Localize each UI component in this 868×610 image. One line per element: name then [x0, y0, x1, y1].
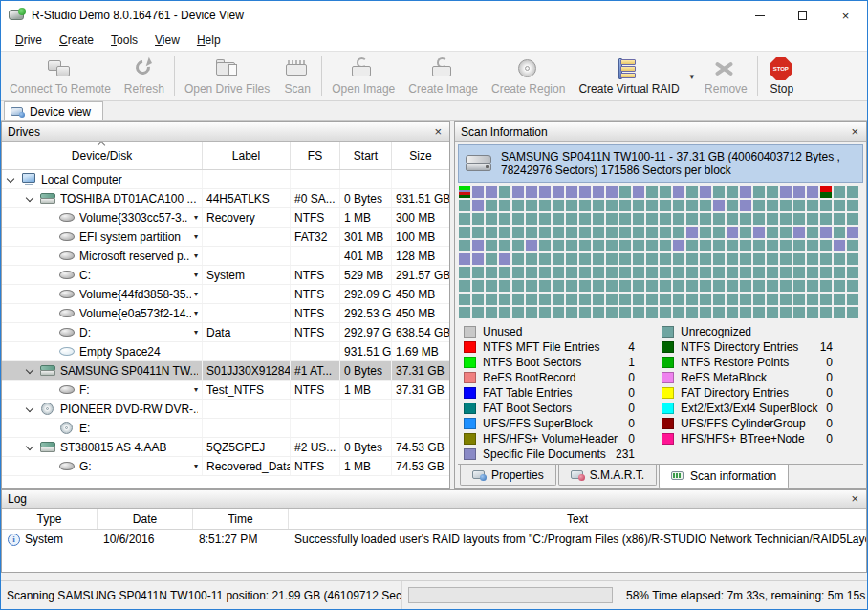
- drive-row-volume-e0a573f2-14[interactable]: Volume{e0a573f2-14..▾NTFS292.53 GB450 MB: [2, 304, 449, 323]
- create-virtual-raid-dropdown-icon[interactable]: ▾: [686, 72, 699, 81]
- log-column-header-time[interactable]: Time: [193, 509, 289, 529]
- partition-dropdown-icon[interactable]: ▾: [191, 290, 198, 298]
- create-image-button[interactable]: Create Image: [401, 54, 485, 98]
- column-header-device-disk[interactable]: Device/Disk: [2, 142, 203, 169]
- column-header-size[interactable]: Size: [392, 142, 449, 169]
- menu-view[interactable]: View: [146, 32, 188, 49]
- tab-scan-information[interactable]: Scan information: [659, 465, 789, 489]
- expander-chevron-icon[interactable]: [7, 174, 14, 182]
- scan-button[interactable]: Scan: [276, 54, 318, 98]
- tab-label: Properties: [491, 468, 544, 482]
- partition-dropdown-icon[interactable]: ▾: [191, 385, 198, 394]
- scan-block: [499, 240, 510, 251]
- scan-block: [713, 267, 725, 278]
- legend-label: UFS/FFS CylinderGroup: [681, 417, 806, 430]
- tab-device-view[interactable]: Device view: [4, 101, 103, 120]
- connect-to-remote-button[interactable]: Connect To Remote: [3, 54, 118, 98]
- drive-row-st380815-as-4-aab[interactable]: ST380815 AS 4.AAB5QZ5GPEJ#2 US...0 Bytes…: [2, 438, 449, 457]
- create-virtual-raid-button[interactable]: Create Virtual RAID: [572, 54, 685, 98]
- open-drive-files-button[interactable]: Open Drive Files: [178, 54, 276, 98]
- device-name-cell: Volume{3303cc57-3..▾: [2, 208, 203, 227]
- column-header-fs[interactable]: FS: [291, 142, 340, 169]
- drive-row-e[interactable]: E:: [2, 419, 449, 438]
- fs-cell: #2 US...: [291, 438, 340, 456]
- log-column-header-date[interactable]: Date: [98, 509, 193, 529]
- size-cell: 450 MB: [392, 285, 449, 303]
- column-header-start[interactable]: Start: [340, 142, 392, 169]
- partition-dropdown-icon[interactable]: ▾: [191, 213, 198, 222]
- drive-row-microsoft-reserved-p[interactable]: Microsoft reserved p..▾401 MB128 MB: [2, 247, 449, 266]
- scan-block: [539, 186, 551, 198]
- tab-label: Scan information: [690, 469, 776, 483]
- scan-block: [459, 307, 470, 318]
- drive-row-volume-3303cc57-3[interactable]: Volume{3303cc57-3..▾RecoveryNTFS1 MB300 …: [2, 208, 449, 228]
- tab-s-m-a-r-t[interactable]: S.M.A.R.T.: [558, 465, 657, 486]
- scan-block: [727, 267, 738, 278]
- expander-chevron-icon[interactable]: [26, 193, 33, 201]
- scan-block: [807, 267, 818, 278]
- menu-tools[interactable]: Tools: [102, 32, 146, 49]
- drive-row-d[interactable]: D:▾DataNTFS292.97 GB638.54 GB: [2, 323, 449, 342]
- drive-row-local-computer[interactable]: Local Computer: [2, 170, 449, 189]
- fs-cell: FAT32: [291, 228, 340, 246]
- device-name: Empty Space24: [79, 345, 161, 359]
- close-button[interactable]: ×: [824, 1, 867, 30]
- drive-row-toshiba-dt01aca100[interactable]: TOSHIBA DT01ACA100 ...44H5ATLKS#0 SA...0…: [2, 189, 449, 208]
- scan-block: [793, 240, 805, 251]
- scan-block: [793, 227, 805, 238]
- drive-row-empty-space24[interactable]: Empty Space24931.51 GB1.69 MB: [2, 342, 449, 361]
- partition-dropdown-icon[interactable]: ▾: [191, 462, 198, 470]
- drive-row-efi-system-partition[interactable]: EFI system partition▾FAT32301 MB100 MB: [2, 228, 449, 247]
- refresh-button[interactable]: Refresh: [118, 54, 171, 98]
- scan-block: [539, 307, 551, 318]
- scan-block: [727, 294, 738, 305]
- menu-create[interactable]: Create: [51, 32, 102, 49]
- partition-dropdown-icon[interactable]: ▾: [191, 328, 198, 337]
- menu-drive[interactable]: Drive: [7, 32, 51, 49]
- drive-row-c[interactable]: C:▾SystemNTFS529 MB291.57 GB: [2, 266, 449, 285]
- minimize-button[interactable]: [738, 1, 781, 30]
- scan-block: [686, 294, 698, 305]
- stop-button[interactable]: STOPStop: [761, 54, 803, 98]
- tab-properties[interactable]: Properties: [460, 465, 556, 486]
- scan-block: [499, 307, 510, 318]
- drive-row-volume-44fd3858-35[interactable]: Volume{44fd3858-35..▾NTFS292.09 GB450 MB: [2, 285, 449, 304]
- expander-chevron-icon[interactable]: [26, 442, 33, 449]
- start-cell: 292.09 GB: [340, 285, 392, 303]
- create-region-button[interactable]: Create Region: [485, 54, 572, 98]
- main-area: Drives × Device/DiskLabelFSStartSize Loc…: [1, 121, 867, 489]
- log-column-header-type[interactable]: Type: [2, 509, 98, 529]
- drive-row-g[interactable]: G:▾Recovered_DataNTFS1 MB74.53 GB: [2, 457, 449, 476]
- partition-dropdown-icon[interactable]: ▾: [191, 232, 198, 241]
- legend-swatch: [464, 433, 476, 445]
- log-row[interactable]: iSystem10/6/20168:51:27 PMSuccessfully l…: [2, 530, 866, 549]
- drives-close-icon[interactable]: ×: [432, 125, 444, 138]
- start-cell: [340, 419, 392, 437]
- size-cell: 300 MB: [392, 208, 449, 227]
- scan-block: [566, 213, 577, 225]
- scan-block: [526, 280, 537, 292]
- partition-dropdown-icon[interactable]: ▾: [191, 271, 198, 279]
- drive-row-samsung-sp0411n-tw[interactable]: SAMSUNG SP0411N TW...S01JJ30X912841#1 AT…: [2, 361, 449, 381]
- remove-button[interactable]: Remove: [698, 54, 754, 98]
- log-close-icon[interactable]: ×: [849, 492, 860, 505]
- menu-help[interactable]: Help: [188, 32, 229, 49]
- drive-row-pioneer-dvd-rw-dvr[interactable]: PIONEER DVD-RW DVR-...: [2, 400, 449, 419]
- label-cell: [203, 247, 291, 265]
- open-image-button[interactable]: Open Image: [325, 54, 401, 98]
- scan-close-icon[interactable]: ×: [849, 125, 860, 138]
- scan-block: [566, 186, 577, 198]
- scan-progress-bar: [408, 587, 613, 603]
- expander-chevron-icon[interactable]: [26, 365, 33, 373]
- maximize-button[interactable]: [781, 1, 824, 30]
- partition-dropdown-icon[interactable]: ▾: [191, 251, 198, 260]
- log-column-header-text[interactable]: Text: [289, 509, 866, 529]
- drive-row-f[interactable]: F:▾Test_NTFSNTFS1 MB37.31 GB: [2, 381, 449, 400]
- expander-chevron-icon[interactable]: [26, 403, 33, 411]
- scan-block: [646, 227, 658, 238]
- column-header-label[interactable]: Label: [203, 142, 291, 169]
- partition-dropdown-icon[interactable]: ▾: [191, 309, 198, 317]
- legend-swatch: [662, 387, 674, 399]
- label-cell: 44H5ATLKS: [203, 189, 291, 207]
- start-cell: 0 Bytes: [340, 189, 392, 207]
